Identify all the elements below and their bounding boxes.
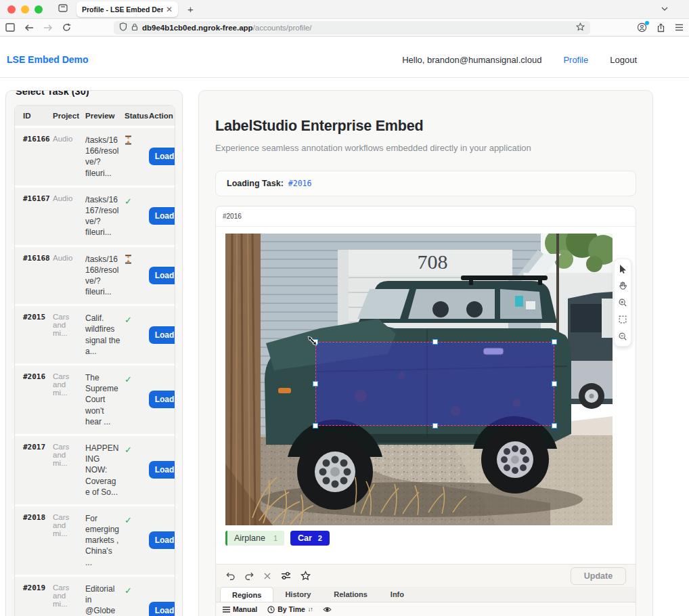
loading-task-label: Loading Task: <box>227 179 284 188</box>
house-number: 708 <box>418 250 448 273</box>
annotation-image[interactable]: 708 <box>225 234 613 525</box>
task-table-header: ID Project Preview Status Action <box>15 106 175 126</box>
bookmark-star-icon[interactable] <box>576 22 585 34</box>
table-row: #16167 Audio /tasks/16167/resolve/?fileu… <box>15 185 175 245</box>
loading-task-banner: Loading Task: #2016 <box>215 171 636 196</box>
done-check-icon: ✓ <box>125 196 132 206</box>
profile-link[interactable]: Profile <box>563 55 588 65</box>
tab-close-icon[interactable]: ✕ <box>166 5 173 14</box>
task-project: Audio <box>53 194 85 202</box>
tab-overview-icon[interactable] <box>58 3 68 16</box>
load-button[interactable]: Load <box>149 148 175 165</box>
fit-to-screen-tool-icon[interactable] <box>617 313 629 326</box>
table-row: #2017 Cars and mi... HAPPENING NOW: Cove… <box>15 434 175 504</box>
tab-info[interactable]: Info <box>379 587 416 602</box>
done-check-icon: ✓ <box>125 445 132 455</box>
load-button[interactable]: Load <box>149 602 175 616</box>
nav-right-icons <box>637 22 684 32</box>
bbox-handle-e[interactable] <box>552 381 557 387</box>
label-tag-airplane[interactable]: Airplane 1 <box>225 531 284 546</box>
url-path: /accounts/profile/ <box>253 24 312 32</box>
page-title: LabelStudio Enterprise Embed <box>215 118 636 135</box>
pending-hourglass-icon <box>125 135 132 147</box>
sort-direction-icon: ↓↑ <box>308 606 313 613</box>
load-button[interactable]: Load <box>149 391 175 408</box>
minimize-window-button[interactable] <box>21 5 29 14</box>
load-button[interactable]: Load <box>149 461 175 479</box>
task-id: #2017 <box>23 443 53 452</box>
bbox-handle-s[interactable] <box>432 423 438 428</box>
task-preview: For emerging markets , China's ... <box>85 513 125 568</box>
undo-icon[interactable] <box>225 571 236 581</box>
task-id: #2016 <box>23 372 53 381</box>
table-row: #2015 Cars and mi... Calif. wildfires si… <box>15 304 175 364</box>
bbox-handle-sw[interactable] <box>313 423 318 428</box>
sidebar-toggle-icon[interactable] <box>5 23 15 32</box>
col-action: Action <box>149 112 175 120</box>
back-button[interactable] <box>24 24 34 32</box>
window-controls <box>7 5 43 14</box>
forward-button[interactable] <box>43 24 53 32</box>
table-row: #2018 Cars and mi... For emerging market… <box>15 504 175 575</box>
widget-task-id: #2016 <box>216 206 636 227</box>
menu-icon[interactable] <box>675 24 684 31</box>
account-icon[interactable] <box>637 22 647 32</box>
zoom-out-tool-icon[interactable] <box>617 330 629 343</box>
load-button[interactable]: Load <box>149 207 175 225</box>
car-bounding-box[interactable] <box>315 342 554 426</box>
user-greeting: Hello, brandon@humansignal.cloud <box>402 55 541 65</box>
browser-tab[interactable]: Profile - LSE Embed Demo ✕ <box>76 1 178 17</box>
star-icon[interactable] <box>301 571 311 581</box>
bbox-handle-ne[interactable] <box>552 339 557 345</box>
col-project: Project <box>53 112 85 120</box>
share-icon[interactable] <box>657 23 665 32</box>
browser-nav-bar: db9e4b1cb0ed.ngrok-free.app/accounts/pro… <box>0 19 689 37</box>
group-manual-control[interactable]: Manual <box>223 605 257 613</box>
image-tool-palette <box>614 259 631 347</box>
logout-link[interactable]: Logout <box>610 55 637 65</box>
load-button[interactable]: Load <box>149 531 175 549</box>
toggle-visibility-control[interactable] <box>323 607 332 613</box>
tracking-shield-icon[interactable] <box>119 22 127 34</box>
update-button[interactable]: Update <box>571 567 626 585</box>
url-bar[interactable]: db9e4b1cb0ed.ngrok-free.app/accounts/pro… <box>114 21 590 35</box>
task-project: Cars and mi... <box>53 513 85 537</box>
new-tab-button[interactable]: + <box>187 3 194 15</box>
load-button[interactable]: Load <box>149 326 175 344</box>
table-row: #16166 Audio /tasks/16166/resolve/?fileu… <box>15 126 175 185</box>
bbox-handle-se[interactable] <box>552 423 557 428</box>
tab-history[interactable]: History <box>273 587 322 602</box>
task-id: #16168 <box>23 254 53 263</box>
lock-icon[interactable] <box>131 22 138 34</box>
label-tag-car[interactable]: Car 2 <box>290 531 330 546</box>
task-list-title: Select Task (30) <box>16 90 182 97</box>
select-tool-icon[interactable] <box>617 263 629 275</box>
tab-relations[interactable]: Relations <box>322 587 379 602</box>
bbox-handle-w[interactable] <box>313 381 318 387</box>
task-preview: Calif. wildfires signal the a... <box>85 313 125 357</box>
annotation-widget: #2016 <box>215 206 636 616</box>
group-icon <box>223 607 230 613</box>
reset-icon[interactable] <box>263 572 271 580</box>
mouse-cursor-icon <box>307 336 318 349</box>
label-name: Car <box>298 533 312 543</box>
redo-icon[interactable] <box>244 571 254 581</box>
bbox-handle-n[interactable] <box>432 339 438 345</box>
tab-regions[interactable]: Regions <box>220 587 273 602</box>
brand-logo[interactable]: LSE Embed Demo <box>7 54 89 65</box>
close-window-button[interactable] <box>7 5 16 14</box>
loading-task-id: #2016 <box>288 179 312 188</box>
tab-list-chevron-icon[interactable] <box>661 5 669 14</box>
zoom-window-button[interactable] <box>35 5 43 14</box>
sort-by-time-control[interactable]: By Time ↓↑ <box>267 605 313 613</box>
reload-button[interactable] <box>62 23 71 32</box>
task-id: #16167 <box>23 194 53 203</box>
settings-sliders-icon[interactable] <box>280 571 292 581</box>
label-count: 1 <box>273 534 277 542</box>
pan-hand-tool-icon[interactable] <box>617 280 629 292</box>
zoom-in-tool-icon[interactable] <box>617 296 629 309</box>
load-button[interactable]: Load <box>149 267 175 284</box>
label-count: 2 <box>318 534 322 542</box>
task-project: Cars and mi... <box>53 584 85 608</box>
tab-title: Profile - LSE Embed Demo <box>82 5 163 14</box>
